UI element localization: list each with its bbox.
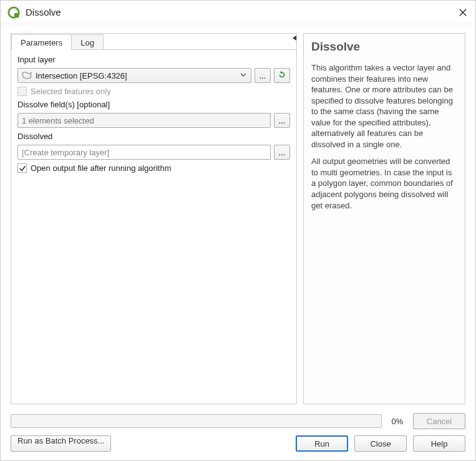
dissolved-output-input[interactable]: [Create temporary layer] [17,145,271,160]
progress-row: 0% Cancel [11,413,465,429]
svg-rect-1 [14,12,19,17]
tab-log[interactable]: Log [71,34,104,50]
iterate-button[interactable] [274,68,290,83]
progress-bar [11,414,382,428]
input-layer-label: Input layer [17,55,290,64]
dissolve-fields-browse-button[interactable]: ... [274,113,290,128]
tab-parameters[interactable]: Parameters [11,34,72,50]
titlebar: Dissolve [1,1,475,24]
open-output-row[interactable]: Open output file after running algorithm [17,163,290,173]
help-paragraph-1: This algorithm takes a vector layer and … [311,62,457,150]
tab-content: Input layer Intersection [EPSG:4326] [11,49,296,404]
run-button[interactable]: Run [296,435,348,452]
help-paragraph-2: All output geometries will be converted … [311,156,457,211]
parameters-pane: Parameters Log Input layer Intersection … [11,33,297,404]
qgis-icon [7,6,21,19]
dissolve-fields-label: Dissolve field(s) [optional] [17,100,290,109]
selected-features-row: Selected features only [17,87,290,96]
batch-button[interactable]: Run as Batch Process... [11,435,111,452]
input-layer-dropdown[interactable]: Intersection [EPSG:4326] [17,68,251,83]
open-output-label: Open output file after running algorithm [31,163,171,173]
selected-features-label: Selected features only [31,87,111,96]
help-pane: Dissolve This algorithm takes a vector l… [303,33,465,404]
input-layer-value: Intersection [EPSG:4326] [36,71,127,80]
bottom-bar: 0% Cancel Run as Batch Process... Run Cl… [1,409,475,460]
browse-dots: ... [279,148,286,157]
content-area: Parameters Log Input layer Intersection … [1,24,475,409]
polygon-icon [21,70,33,80]
browse-dots: ... [279,116,286,125]
chevron-down-icon [240,71,247,80]
collapse-help-button[interactable] [291,32,298,39]
cancel-button: Cancel [413,413,465,429]
close-dialog-button[interactable]: Close [354,435,407,452]
check-icon [19,165,26,172]
help-button[interactable]: Help [413,435,465,452]
dissolve-fields-value: 1 elements selected [22,116,94,125]
help-title: Dissolve [311,40,457,54]
iterate-icon [278,70,286,81]
dialog-window: Dissolve Parameters Log Input layer [0,0,476,461]
dissolved-placeholder: [Create temporary layer] [22,148,109,157]
triangle-left-icon [291,35,298,41]
selected-features-checkbox [17,87,27,96]
dissolved-browse-button[interactable]: ... [274,145,290,160]
dissolved-label: Dissolved [17,132,290,141]
progress-percent: 0% [388,417,407,426]
close-icon [459,8,467,17]
button-row: Run as Batch Process... Run Close Help [11,435,465,452]
tabs: Parameters Log [11,33,296,49]
dissolve-fields-box: 1 elements selected [17,113,271,128]
close-button[interactable] [457,6,469,19]
open-output-checkbox[interactable] [17,163,27,173]
window-title: Dissolve [26,7,457,17]
browse-dots: ... [260,71,266,80]
input-layer-browse-button[interactable]: ... [255,68,271,83]
